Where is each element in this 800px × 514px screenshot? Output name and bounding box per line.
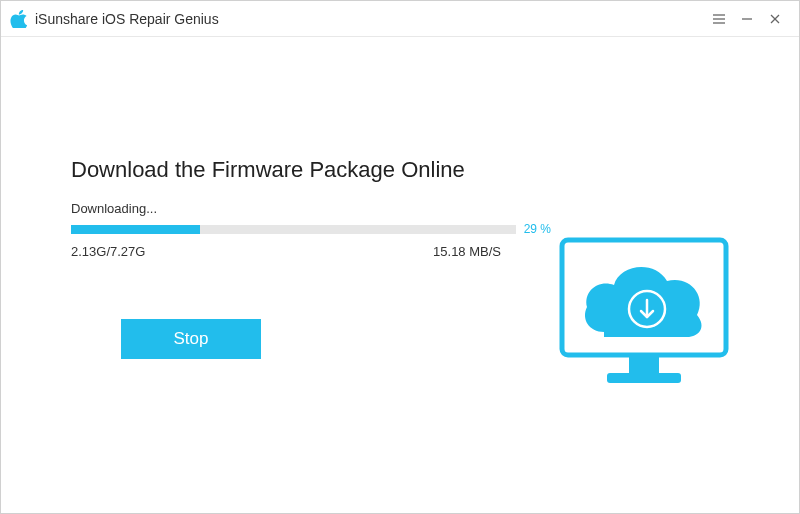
app-window: iSunshare iOS Repair Genius Download the… [0,0,800,514]
page-title: Download the Firmware Package Online [71,157,729,183]
stop-button[interactable]: Stop [121,319,261,359]
svg-rect-8 [607,373,681,383]
download-speed-label: 15.18 MB/S [433,244,501,259]
app-title: iSunshare iOS Repair Genius [35,11,219,27]
minimize-icon[interactable] [733,5,761,33]
progress-percent-label: 29 % [524,222,551,236]
app-logo-icon [9,10,27,28]
close-icon[interactable] [761,5,789,33]
downloaded-size-label: 2.13G/7.27G [71,244,145,259]
progress-fill [71,225,200,234]
menu-icon[interactable] [705,5,733,33]
main-content: Download the Firmware Package Online Dow… [1,37,799,513]
titlebar: iSunshare iOS Repair Genius [1,1,799,37]
download-illustration-icon [559,237,729,397]
progress-bar [71,225,516,234]
progress-bar-row: 29 % [71,222,551,236]
svg-rect-7 [629,355,659,373]
download-status-label: Downloading... [71,201,729,216]
download-meta: 2.13G/7.27G 15.18 MB/S [71,244,501,259]
